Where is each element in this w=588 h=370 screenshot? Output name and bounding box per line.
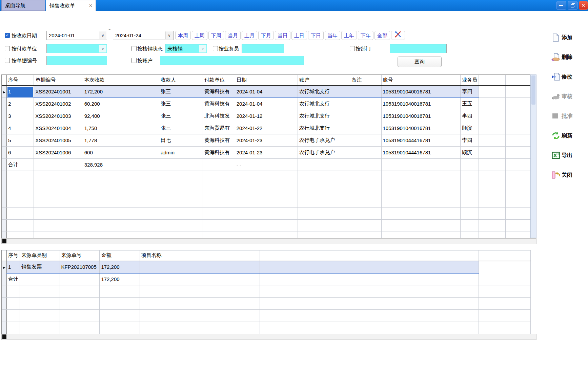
add-button[interactable]: 添加 [551, 32, 587, 43]
column-header[interactable]: 单据编号 [34, 75, 83, 86]
account-filter-checkbox[interactable] [131, 58, 137, 63]
vertical-scrollbar-thumb[interactable] [531, 75, 535, 105]
cell[interactable]: KFP202107005 [60, 261, 100, 273]
table-row[interactable]: ►1销售发票KFP202107005172,200 [2, 261, 531, 273]
cell[interactable]: 黄海科技有 [203, 147, 235, 159]
close-window-button[interactable]: ✕ [579, 1, 588, 10]
detail-table-horizontal-scrollbar[interactable] [1, 334, 536, 340]
department-input[interactable] [390, 44, 447, 53]
cell[interactable]: 10531901044416781 [381, 147, 461, 159]
refresh-button[interactable]: 刷新 [551, 131, 587, 141]
cell[interactable]: XSS202401004 [34, 122, 83, 134]
cell[interactable]: 张三 [159, 86, 203, 98]
cell[interactable]: 4 [6, 122, 34, 134]
quick-date-button[interactable]: 上周 [192, 31, 207, 40]
delete-button[interactable]: 删除 [551, 52, 587, 62]
cell[interactable]: 2024-01-12 [235, 110, 298, 122]
table-row[interactable]: 5XSS2024010051,778田七黄海科技有2024-01-23农行电子承… [2, 134, 531, 147]
cell[interactable]: 黄海科技有 [203, 98, 235, 110]
table-row[interactable]: ►1XSS202401001172,200张三黄海科技有2024-01-04农行… [2, 86, 531, 98]
cell[interactable]: XSS202401005 [34, 134, 83, 147]
export-button[interactable]: 导出 [551, 150, 587, 160]
cell[interactable]: 农行城北支行 [298, 98, 350, 110]
date-to-combobox[interactable]: 2024-01-24 ∨ [113, 31, 174, 40]
cell[interactable]: 10531901044416781 [381, 134, 461, 147]
cell[interactable]: admin [159, 147, 203, 159]
tab-close-icon[interactable]: × [89, 3, 92, 8]
cell[interactable]: 东海贸易有 [203, 122, 235, 134]
verify-status-combobox[interactable]: 未核销 ∨ [165, 44, 207, 53]
filter-tools-button[interactable] [391, 31, 405, 40]
cell[interactable]: 1 [6, 261, 20, 273]
column-header[interactable]: 金额 [100, 251, 140, 261]
table-row[interactable]: 6XSS202401006600admin黄海科技有2024-01-23农行电子… [2, 147, 531, 159]
restore-button[interactable] [568, 1, 578, 10]
cell[interactable]: 2024-01-23 [235, 147, 298, 159]
tab-sales-receipt[interactable]: 销售收款单 × [46, 0, 96, 11]
department-filter-checkbox[interactable] [350, 46, 355, 51]
receipts-table-horizontal-scrollbar[interactable] [1, 238, 536, 244]
cell[interactable] [350, 122, 381, 134]
cell[interactable] [350, 86, 381, 98]
salesman-filter-checkbox[interactable] [213, 46, 218, 51]
quick-date-button[interactable]: 上年 [341, 31, 357, 40]
cell[interactable]: XSS202401003 [34, 110, 83, 122]
cell[interactable]: 60,200 [83, 98, 159, 110]
quick-date-button[interactable]: 上月 [242, 31, 257, 40]
cell[interactable]: 田七 [159, 134, 203, 147]
close-button[interactable]: 关闭 [551, 170, 587, 180]
cell[interactable]: 顾滨 [461, 122, 479, 134]
quick-date-button[interactable]: 本周 [175, 31, 191, 40]
cell[interactable]: 农行城北支行 [298, 86, 350, 98]
quick-date-button[interactable]: 当月 [225, 31, 241, 40]
chevron-down-icon[interactable]: ∨ [165, 31, 173, 39]
column-header[interactable]: 日期 [235, 75, 298, 86]
salesman-input[interactable] [242, 44, 284, 53]
modify-button[interactable]: 修改 [551, 72, 587, 82]
cell[interactable]: 6 [6, 147, 34, 159]
cell[interactable] [350, 98, 381, 110]
account-input[interactable] [160, 56, 304, 65]
cell[interactable]: 2024-01-04 [235, 98, 298, 110]
cell[interactable] [350, 134, 381, 147]
date-from-combobox[interactable]: 2024-01-01 ∨ [46, 31, 107, 40]
column-header[interactable]: 账户 [298, 75, 350, 86]
cell[interactable]: 10531901040016781 [381, 122, 461, 134]
cell[interactable]: 1,750 [83, 122, 159, 134]
column-header[interactable]: 序号 [6, 251, 20, 261]
cell[interactable] [350, 147, 381, 159]
quick-date-button[interactable]: 当年 [325, 31, 340, 40]
cell[interactable]: 2 [6, 98, 34, 110]
verify-status-checkbox[interactable] [131, 46, 137, 51]
cell[interactable]: 李四 [461, 86, 479, 98]
quick-date-button[interactable]: 当日 [275, 31, 290, 40]
cell[interactable]: 2024-01-23 [235, 134, 298, 147]
chevron-down-icon[interactable]: ∨ [99, 45, 106, 52]
cell[interactable]: 北海科技发 [203, 110, 235, 122]
cell[interactable]: 3 [6, 110, 34, 122]
cell[interactable]: 2024-01-04 [235, 86, 298, 98]
table-row[interactable]: 3XSS20240100392,400张三北海科技发2024-01-12农行城北… [2, 110, 531, 122]
cell[interactable]: 李四 [461, 134, 479, 147]
column-header[interactable]: 账号 [381, 75, 461, 86]
cell[interactable]: 2024-01-22 [235, 122, 298, 134]
table-row[interactable]: 4XSS2024010041,750张三东海贸易有2024-01-22农行城北支… [2, 122, 531, 134]
quick-date-button[interactable]: 下日 [308, 31, 324, 40]
cell[interactable]: 王五 [461, 98, 479, 110]
cell[interactable]: 10531901040016781 [381, 86, 461, 98]
cell[interactable]: 农行城北支行 [298, 110, 350, 122]
receipts-table-vertical-scrollbar[interactable] [530, 74, 536, 238]
column-header[interactable]: 业务员 [461, 75, 479, 86]
column-header[interactable]: 本次收款 [83, 75, 159, 86]
column-header[interactable]: 付款单位 [203, 75, 235, 86]
quick-date-button[interactable]: 下月 [258, 31, 274, 40]
cell[interactable]: 600 [83, 147, 159, 159]
cell[interactable]: 172,200 [100, 261, 140, 273]
cell[interactable] [140, 261, 260, 273]
cell[interactable]: XSS202401001 [34, 86, 83, 98]
cell[interactable]: XSS202401006 [34, 147, 83, 159]
cell[interactable]: 黄海科技有 [203, 86, 235, 98]
column-header[interactable]: 收款人 [159, 75, 203, 86]
cell[interactable]: 1,778 [83, 134, 159, 147]
payer-filter-checkbox[interactable] [5, 46, 10, 51]
